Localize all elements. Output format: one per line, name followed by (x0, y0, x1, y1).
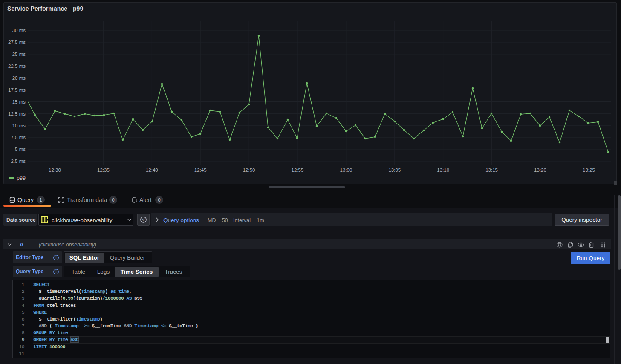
svg-text:?: ? (142, 217, 145, 222)
